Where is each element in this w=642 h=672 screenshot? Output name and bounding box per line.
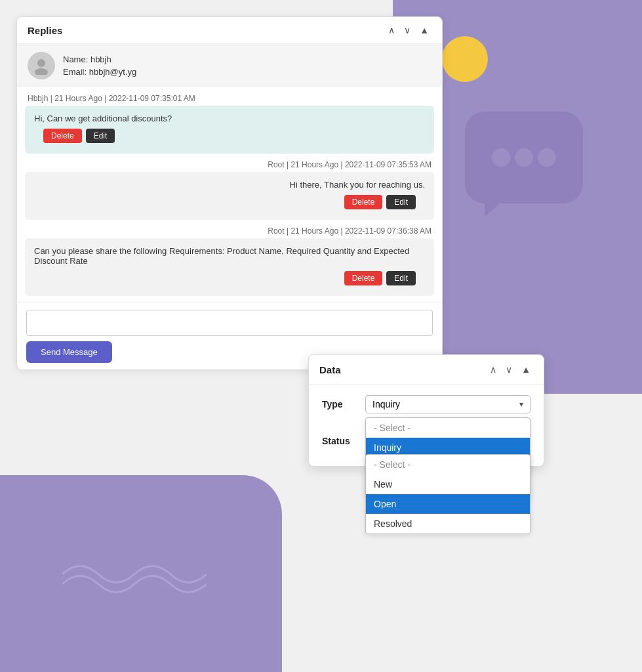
svg-point-1 bbox=[492, 148, 510, 167]
edit-btn-1[interactable]: Edit bbox=[86, 129, 115, 143]
replies-panel-header: Replies ∧ ∨ ▲ bbox=[17, 17, 442, 44]
delete-btn-1[interactable]: Delete bbox=[43, 129, 82, 143]
user-info-text: Name: hbbjh Email: hbbjh@yt.yg bbox=[63, 53, 136, 79]
edit-btn-2[interactable]: Edit bbox=[386, 195, 416, 209]
type-dropdown-trigger[interactable]: Inquiry ▾ bbox=[365, 395, 531, 413]
msg-meta-1: Hbbjh | 21 Hours Ago | 2022-11-09 07:35:… bbox=[17, 87, 442, 106]
data-panel-title: Data bbox=[319, 364, 341, 375]
data-expand-btn[interactable]: ▲ bbox=[519, 363, 533, 376]
status-dropdown-list: - Select - New Open Resolved bbox=[365, 454, 531, 534]
msg-actions-1: Delete Edit bbox=[34, 123, 425, 146]
expand-btn[interactable]: ▲ bbox=[417, 24, 431, 37]
type-selected-value: Inquiry bbox=[372, 399, 400, 410]
type-dropdown-wrapper: Inquiry ▾ - Select - Inquiry Message Quo… bbox=[365, 395, 531, 413]
data-panel-header: Data ∧ ∨ ▲ bbox=[309, 355, 544, 385]
svg-point-6 bbox=[35, 68, 48, 75]
type-label: Type bbox=[322, 395, 355, 410]
user-name: Name: hbbjh bbox=[63, 53, 136, 66]
svg-point-3 bbox=[538, 148, 556, 167]
status-label: Status bbox=[322, 432, 355, 446]
chat-bubble-bg-icon bbox=[458, 105, 590, 223]
replies-panel-title: Replies bbox=[28, 25, 62, 36]
delete-btn-2[interactable]: Delete bbox=[344, 195, 383, 209]
type-field-row: Type Inquiry ▾ - Select - Inquiry Messag… bbox=[309, 385, 544, 416]
msg-actions-2: Delete Edit bbox=[34, 190, 425, 212]
status-option-select[interactable]: - Select - bbox=[366, 455, 530, 474]
message-text-3: Can you please share the following Requi… bbox=[34, 246, 409, 266]
svg-point-5 bbox=[37, 59, 45, 67]
status-option-open[interactable]: Open bbox=[366, 494, 530, 514]
message-input[interactable] bbox=[26, 310, 433, 336]
send-message-button[interactable]: Send Message bbox=[26, 341, 112, 363]
data-panel-controls: ∧ ∨ ▲ bbox=[487, 363, 533, 376]
svg-marker-4 bbox=[485, 197, 508, 217]
delete-btn-3[interactable]: Delete bbox=[344, 271, 383, 285]
msg-meta-2: Root | 21 Hours Ago | 2022-11-09 07:35:5… bbox=[17, 154, 442, 172]
panel-controls: ∧ ∨ ▲ bbox=[386, 24, 431, 37]
type-dropdown-arrow-icon: ▾ bbox=[519, 400, 523, 409]
user-email: Email: hbbjh@yt.yg bbox=[63, 66, 136, 79]
message-text-2: Hi there, Thank you for reaching us. bbox=[290, 180, 425, 190]
collapse-down-btn[interactable]: ∨ bbox=[401, 24, 413, 37]
messages-area: Hbbjh | 21 Hours Ago | 2022-11-09 07:35:… bbox=[17, 87, 442, 303]
message-text-1: Hi, Can we get additional discounts? bbox=[34, 114, 172, 123]
edit-btn-3[interactable]: Edit bbox=[386, 271, 416, 285]
message-bubble-3: Can you please share the following Requi… bbox=[25, 238, 434, 296]
wave-bg-icon bbox=[62, 555, 207, 597]
type-option-select[interactable]: - Select - bbox=[366, 418, 530, 438]
message-bubble-2: Hi there, Thank you for reaching us. Del… bbox=[25, 172, 434, 220]
status-option-new[interactable]: New bbox=[366, 474, 530, 494]
replies-panel: Replies ∧ ∨ ▲ Name: hbbjh Email: hbbjh@y… bbox=[16, 16, 443, 370]
data-collapse-down-btn[interactable]: ∨ bbox=[503, 363, 515, 376]
msg-actions-3: Delete Edit bbox=[34, 266, 425, 288]
svg-point-2 bbox=[515, 148, 533, 167]
collapse-up-btn[interactable]: ∧ bbox=[386, 24, 397, 37]
user-info-row: Name: hbbjh Email: hbbjh@yt.yg bbox=[17, 44, 442, 87]
data-collapse-up-btn[interactable]: ∧ bbox=[487, 363, 499, 376]
status-option-resolved[interactable]: Resolved bbox=[366, 514, 530, 534]
data-panel: Data ∧ ∨ ▲ Type Inquiry ▾ - Select - Inq… bbox=[308, 354, 544, 467]
msg-meta-3: Root | 21 Hours Ago | 2022-11-09 07:36:3… bbox=[17, 220, 442, 238]
yellow-circle bbox=[442, 36, 488, 82]
message-bubble-1: Hi, Can we get additional discounts? Del… bbox=[25, 106, 434, 154]
avatar bbox=[28, 52, 55, 79]
